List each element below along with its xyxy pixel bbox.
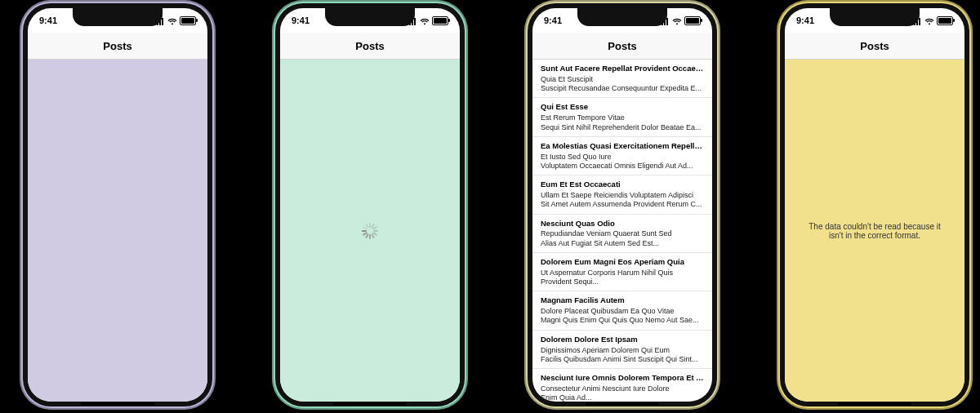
battery-icon bbox=[180, 16, 196, 25]
spinner-icon bbox=[362, 223, 378, 239]
list-item[interactable]: Nesciunt Quas OdioRepudiandae Veniam Qua… bbox=[532, 215, 712, 253]
svg-rect-3 bbox=[162, 18, 163, 25]
loading-state bbox=[280, 60, 460, 402]
error-message: The data couldn't be read because it isn… bbox=[801, 222, 948, 240]
home-indicator[interactable] bbox=[81, 402, 154, 406]
post-line1: Ut Aspernatur Corporis Harum Nihil Quis bbox=[541, 269, 704, 278]
battery-icon bbox=[937, 16, 953, 25]
device-notch bbox=[830, 8, 920, 26]
list-item[interactable]: Ea Molestias Quasi Exercitationem Repell… bbox=[532, 137, 712, 175]
list-item[interactable]: Nesciunt Iure Omnis Dolorem Tempora Et A… bbox=[532, 369, 712, 402]
nav-bar: Posts bbox=[785, 33, 964, 60]
list-item[interactable]: Dolorem Dolore Est IpsamDignissimos Aper… bbox=[532, 331, 712, 369]
post-title: Nesciunt Quas Odio bbox=[541, 219, 704, 229]
list-item[interactable]: Eum Et Est OccaecatiUllam Et Saepe Reici… bbox=[532, 175, 712, 214]
wifi-icon bbox=[420, 17, 430, 24]
post-title: Nesciunt Iure Omnis Dolorem Tempora Et A… bbox=[541, 373, 704, 383]
nav-bar: Posts bbox=[280, 33, 460, 60]
post-line1: Consectetur Animi Nesciunt Iure Dolore bbox=[541, 384, 704, 393]
post-line2: Enim Quia Ad... bbox=[541, 393, 704, 402]
post-line1: Ullam Et Saepe Reiciendis Voluptatem Adi… bbox=[541, 191, 704, 200]
battery-icon bbox=[684, 16, 701, 25]
svg-rect-11 bbox=[666, 18, 668, 25]
wifi-icon bbox=[672, 17, 682, 24]
post-line2: Sequi Sint Nihil Reprehenderit Dolor Bea… bbox=[541, 123, 704, 132]
status-time: 9:41 bbox=[796, 16, 814, 25]
list-item[interactable]: Sunt Aut Facere Repellat Provident Occae… bbox=[532, 60, 712, 98]
post-title: Sunt Aut Facere Repellat Provident Occae… bbox=[541, 64, 704, 73]
device-notch bbox=[577, 8, 667, 26]
post-line1: Repudiandae Veniam Quaerat Sunt Sed bbox=[541, 229, 704, 238]
post-line1: Quia Et Suscipit bbox=[541, 75, 704, 84]
list-item[interactable]: Qui Est EsseEst Rerum Tempore VitaeSequi… bbox=[532, 98, 712, 136]
device-notch bbox=[73, 8, 163, 26]
nav-title: Posts bbox=[608, 40, 636, 52]
error-state: The data couldn't be read because it isn… bbox=[785, 60, 964, 402]
home-indicator[interactable] bbox=[586, 402, 659, 406]
home-indicator[interactable] bbox=[838, 402, 911, 406]
nav-title: Posts bbox=[355, 40, 384, 52]
post-line2: Provident Sequi... bbox=[541, 278, 704, 286]
wifi-icon bbox=[167, 17, 177, 24]
post-title: Eum Et Est Occaecati bbox=[541, 180, 704, 189]
post-title: Dolorem Dolore Est Ipsam bbox=[541, 335, 704, 344]
nav-bar: Posts bbox=[532, 33, 712, 60]
post-line1: Dignissimos Aperiam Dolorem Qui Eum bbox=[541, 346, 704, 355]
post-title: Magnam Facilis Autem bbox=[541, 295, 704, 305]
post-line1: Dolore Placeat Quibusdam Ea Quo Vitae bbox=[541, 307, 704, 316]
post-line2: Sit Amet Autem Assumenda Provident Rerum… bbox=[541, 200, 704, 209]
list-item[interactable]: Magnam Facilis AutemDolore Placeat Quibu… bbox=[532, 291, 712, 330]
device-notch bbox=[325, 8, 415, 26]
nav-title: Posts bbox=[103, 40, 131, 52]
post-line1: Est Rerum Tempore Vitae bbox=[541, 113, 704, 122]
wifi-icon bbox=[924, 17, 934, 24]
list-item[interactable]: Dolorem Eum Magni Eos Aperiam QuiaUt Asp… bbox=[532, 253, 712, 291]
post-line1: Et Iusto Sed Quo Iure bbox=[541, 153, 704, 162]
post-line2: Magni Quis Enim Qui Quis Quo Nemo Aut Sa… bbox=[541, 316, 704, 325]
nav-title: Posts bbox=[860, 40, 889, 52]
svg-rect-7 bbox=[414, 18, 416, 25]
status-time: 9:41 bbox=[292, 16, 310, 25]
post-line2: Voluptatem Occaecati Omnis Eligendi Aut … bbox=[541, 162, 704, 171]
post-line2: Suscipit Recusandae Consequuntur Expedit… bbox=[541, 84, 704, 93]
post-title: Ea Molestias Quasi Exercitationem Repell… bbox=[541, 141, 704, 151]
posts-list[interactable]: Sunt Aut Facere Repellat Provident Occae… bbox=[532, 60, 712, 402]
empty-state bbox=[28, 60, 207, 402]
home-indicator[interactable] bbox=[333, 402, 407, 406]
nav-bar: Posts bbox=[28, 33, 207, 60]
post-title: Qui Est Esse bbox=[541, 102, 704, 112]
status-time: 9:41 bbox=[544, 16, 562, 25]
post-line2: Facilis Quibusdam Animi Sint Suscipit Qu… bbox=[541, 355, 704, 364]
battery-icon bbox=[432, 16, 448, 25]
post-line2: Alias Aut Fugiat Sit Autem Sed Est... bbox=[541, 239, 704, 248]
status-time: 9:41 bbox=[39, 16, 57, 25]
svg-rect-15 bbox=[919, 18, 920, 25]
post-title: Dolorem Eum Magni Eos Aperiam Quia bbox=[541, 257, 704, 267]
